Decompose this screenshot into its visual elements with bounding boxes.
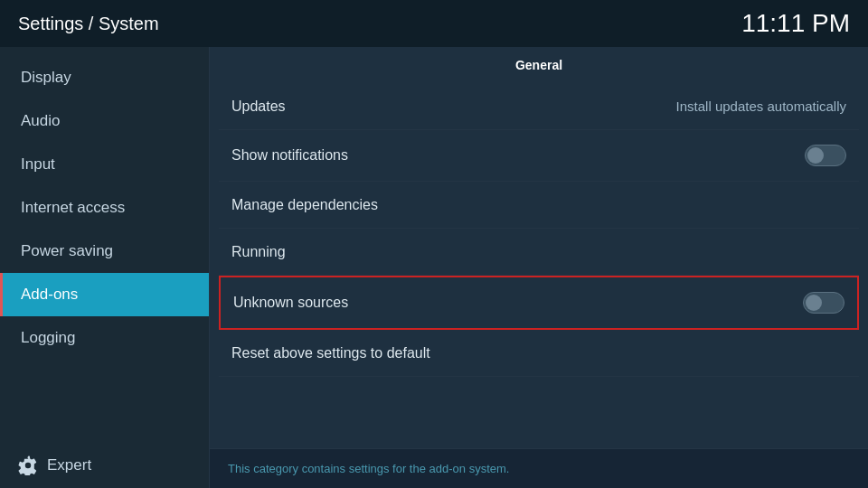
setting-label-running: Running bbox=[231, 244, 286, 260]
section-header: General bbox=[210, 47, 868, 83]
settings-content: General Updates Install updates automati… bbox=[210, 47, 868, 448]
sidebar-item-add-ons[interactable]: Add-ons bbox=[0, 273, 209, 316]
setting-label-updates: Updates bbox=[231, 99, 286, 115]
status-bar: This category contains settings for the … bbox=[210, 448, 868, 488]
setting-row-updates[interactable]: Updates Install updates automatically bbox=[219, 83, 859, 130]
setting-row-unknown-sources[interactable]: Unknown sources bbox=[219, 276, 859, 330]
expert-label: Expert bbox=[47, 456, 91, 474]
setting-value-updates: Install updates automatically bbox=[676, 99, 846, 114]
settings-list: Updates Install updates automatically Sh… bbox=[210, 83, 868, 377]
toggle-thumb-unknown-sources bbox=[806, 295, 822, 311]
main-layout: Display Audio Input Internet access Powe… bbox=[0, 47, 868, 488]
page-title: Settings / System bbox=[18, 14, 159, 34]
setting-row-reset[interactable]: Reset above settings to default bbox=[219, 330, 859, 377]
sidebar: Display Audio Input Internet access Powe… bbox=[0, 47, 210, 488]
setting-row-manage-dependencies[interactable]: Manage dependencies bbox=[219, 182, 859, 229]
setting-label-manage-dependencies: Manage dependencies bbox=[231, 197, 378, 213]
content-area: General Updates Install updates automati… bbox=[210, 47, 868, 488]
setting-label-reset: Reset above settings to default bbox=[231, 345, 430, 361]
toggle-show-notifications[interactable] bbox=[805, 145, 846, 166]
sidebar-item-display[interactable]: Display bbox=[0, 56, 209, 99]
sidebar-item-power-saving[interactable]: Power saving bbox=[0, 230, 209, 273]
setting-label-show-notifications: Show notifications bbox=[231, 147, 348, 164]
sidebar-item-audio[interactable]: Audio bbox=[0, 99, 209, 143]
setting-row-running[interactable]: Running bbox=[219, 229, 859, 276]
setting-row-show-notifications[interactable]: Show notifications bbox=[219, 130, 859, 182]
status-text: This category contains settings for the … bbox=[228, 462, 509, 475]
setting-label-unknown-sources: Unknown sources bbox=[233, 295, 348, 311]
gear-icon bbox=[18, 455, 38, 475]
header: Settings / System 11:11 PM bbox=[0, 0, 868, 47]
sidebar-item-input[interactable]: Input bbox=[0, 143, 209, 186]
toggle-unknown-sources[interactable] bbox=[803, 292, 844, 314]
sidebar-item-logging[interactable]: Logging bbox=[0, 316, 209, 360]
toggle-thumb-show-notifications bbox=[807, 147, 824, 164]
expert-button[interactable]: Expert bbox=[0, 443, 209, 488]
sidebar-item-internet-access[interactable]: Internet access bbox=[0, 186, 209, 230]
clock: 11:11 PM bbox=[741, 9, 850, 38]
